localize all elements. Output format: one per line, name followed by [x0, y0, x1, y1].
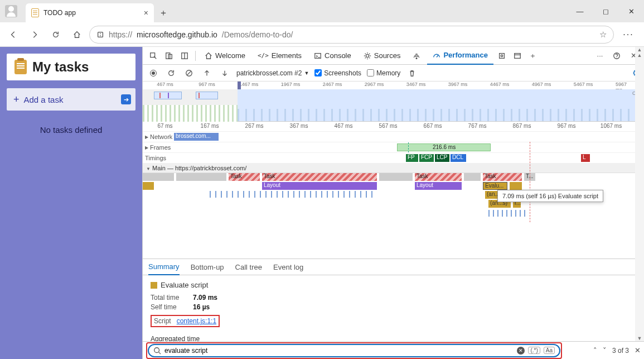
main-thread-label[interactable]: ▼ Main — https://patrickbrosset.com/: [143, 164, 644, 173]
no-tasks-label: No tasks defined: [7, 125, 135, 135]
gc-button[interactable]: [406, 67, 418, 79]
new-tab-button[interactable]: ＋: [154, 3, 173, 22]
script-link[interactable]: content.js:1:1: [177, 317, 216, 325]
todo-app: My tasks + Add a task ➔ No tasks defined: [0, 47, 142, 359]
overview-strip[interactable]: 467 ms 967 ms 1467 ms 1967 ms 2467 ms 29…: [143, 82, 644, 122]
clear-search-icon[interactable]: ✕: [517, 347, 525, 355]
script-link-row: Script content.js:1:1: [151, 315, 220, 327]
app-title: My tasks: [32, 59, 89, 75]
reload-record-button[interactable]: [165, 67, 177, 79]
svg-point-9: [501, 55, 503, 57]
url-scheme: https://: [109, 30, 132, 39]
tab-title: TODO app: [43, 9, 139, 17]
tab-performance[interactable]: Performance: [427, 47, 493, 65]
svg-rect-5: [315, 53, 321, 58]
site-info-icon[interactable]: [96, 31, 104, 39]
record-button[interactable]: [147, 67, 159, 79]
scripting-swatch: [151, 282, 157, 289]
tab-call-tree[interactable]: Call tree: [235, 259, 262, 275]
app-header: My tasks: [7, 54, 135, 80]
timeline-ruler: 67 ms 167 ms 267 ms 367 ms 467 ms 567 ms…: [143, 122, 644, 132]
search-prev-button[interactable]: ˄: [593, 346, 597, 355]
window-close-button[interactable]: ✕: [618, 0, 644, 22]
search-next-button[interactable]: ˅: [603, 346, 607, 355]
url-path: /Demos/demo-to-do/: [222, 30, 293, 39]
window-maximize-button[interactable]: ◻: [593, 0, 618, 22]
refresh-button[interactable]: [47, 26, 65, 44]
performance-toolbar: patrickbrosset.com #2▼ Screenshots Memor…: [143, 65, 644, 82]
svg-point-15: [154, 347, 159, 352]
memory-checkbox[interactable]: Memory: [367, 69, 400, 77]
tab-favicon: [31, 8, 39, 17]
tab-bottom-up[interactable]: Bottom-up: [191, 259, 224, 275]
download-button[interactable]: [219, 67, 231, 79]
evaluate-script-bar[interactable]: Evalu...: [483, 182, 507, 190]
summary-tabstrip: Summary Bottom-up Call tree Event log: [143, 259, 644, 275]
url-host: microsoftedge.github.io: [137, 30, 217, 39]
tab-application-icon[interactable]: [510, 49, 525, 63]
profile-button[interactable]: [0, 0, 22, 22]
plus-icon: +: [13, 94, 20, 106]
frame-bar[interactable]: 216.6 ms: [397, 143, 491, 151]
inspect-element-icon[interactable]: [146, 49, 161, 63]
upload-button[interactable]: [201, 67, 213, 79]
search-close-button[interactable]: ✕: [635, 346, 641, 355]
svg-point-6: [366, 54, 369, 57]
add-task-label: Add a task: [24, 95, 64, 104]
frames-track[interactable]: ▶Frames 216.6 ms: [143, 142, 644, 153]
browser-more-button[interactable]: ···: [617, 30, 640, 40]
add-tab-button[interactable]: ＋: [526, 49, 540, 63]
tab-close-icon[interactable]: ×: [144, 8, 148, 17]
scrollbar[interactable]: ▲▲▼: [635, 47, 644, 341]
svg-rect-0: [98, 32, 103, 37]
timings-track[interactable]: Timings FP FCP LCP DCL L: [143, 153, 644, 164]
home-button[interactable]: [68, 26, 86, 44]
recording-selector[interactable]: patrickbrosset.com #2▼: [236, 69, 309, 77]
tab-console[interactable]: Console: [308, 47, 357, 65]
window-minimize-button[interactable]: —: [567, 0, 593, 22]
dock-side-icon[interactable]: [177, 49, 192, 63]
network-track[interactable]: ▶Network brosset.com...: [143, 132, 644, 142]
search-field-wrapper: ✕ (.*) Aa: [148, 344, 560, 357]
flame-chart[interactable]: Task Task Task Task T... Layout Layout E…: [143, 173, 644, 222]
search-bar: ✕ (.*) Aa ˄ ˅ 3 of 3 ✕: [143, 341, 644, 359]
devtools-panel: Welcome </>Elements Console Sources Perf…: [142, 47, 644, 359]
regex-toggle[interactable]: (.*): [528, 347, 540, 354]
svg-rect-8: [500, 53, 505, 58]
search-count: 3 of 3: [612, 347, 629, 355]
browser-titlebar: TODO app × ＋ — ◻ ✕: [0, 0, 644, 22]
flame-tooltip: 7.09 ms (self 16 µs) Evaluate script: [497, 190, 603, 202]
tab-event-log[interactable]: Event log: [273, 259, 303, 275]
tab-summary[interactable]: Summary: [148, 259, 180, 275]
tab-sources[interactable]: Sources: [358, 47, 406, 65]
favorite-icon[interactable]: ☆: [599, 30, 607, 40]
devtools-more-button[interactable]: ···: [593, 49, 607, 63]
forward-button[interactable]: [26, 26, 43, 44]
clipboard-icon: [14, 60, 27, 74]
search-input[interactable]: [164, 347, 514, 355]
devtools-tabstrip: Welcome </>Elements Console Sources Perf…: [143, 47, 644, 65]
timeline[interactable]: 67 ms 167 ms 267 ms 367 ms 467 ms 567 ms…: [143, 122, 644, 259]
tab-memory-icon[interactable]: [495, 49, 509, 63]
screenshots-checkbox[interactable]: Screenshots: [314, 69, 361, 77]
svg-rect-2: [166, 52, 170, 59]
browser-tab[interactable]: TODO app ×: [26, 3, 154, 22]
tab-welcome[interactable]: Welcome: [199, 47, 251, 65]
tab-network-icon[interactable]: [407, 47, 426, 65]
device-emulation-icon[interactable]: [162, 49, 176, 63]
url-field[interactable]: https://microsoftedge.github.io/Demos/de…: [89, 26, 614, 44]
devtools-help-icon[interactable]: [609, 49, 624, 63]
svg-point-7: [417, 58, 418, 59]
tab-elements[interactable]: </>Elements: [252, 47, 307, 65]
add-task-button[interactable]: + Add a task ➔: [7, 88, 135, 111]
address-bar: https://microsoftedge.github.io/Demos/de…: [0, 22, 644, 47]
summary-title: Evaluate script: [161, 281, 208, 289]
submit-arrow-icon[interactable]: ➔: [121, 94, 131, 104]
back-button[interactable]: [4, 26, 22, 44]
search-icon: [153, 347, 161, 355]
svg-rect-10: [515, 53, 521, 58]
clear-button[interactable]: [183, 67, 195, 79]
case-toggle[interactable]: Aa: [544, 347, 555, 354]
